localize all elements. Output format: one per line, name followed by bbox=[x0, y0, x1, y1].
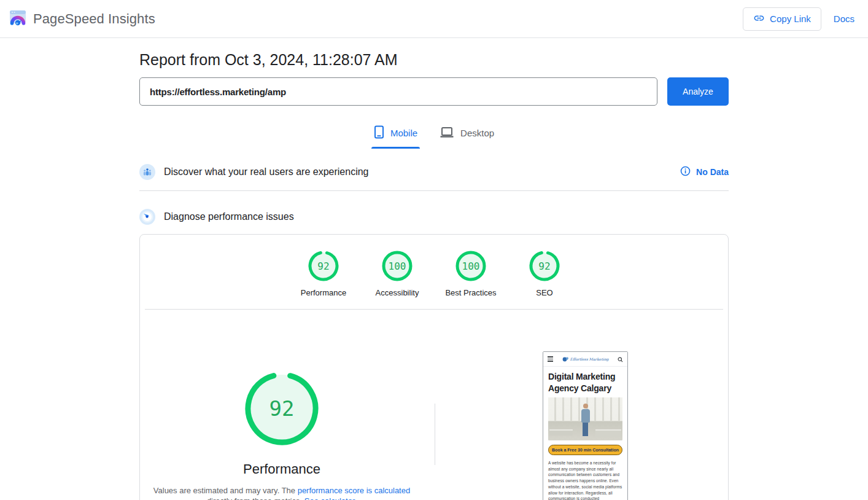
thumbnail-hero-photo bbox=[548, 397, 622, 440]
diagnose-compass-icon bbox=[139, 209, 155, 225]
score-gauge-label: SEO bbox=[536, 288, 552, 297]
thumbnail-site-header: Effortless Marketing bbox=[543, 352, 627, 367]
svg-text:100: 100 bbox=[389, 260, 406, 272]
score-gauge-best-practices[interactable]: 100 Best Practices bbox=[434, 249, 508, 297]
hamburger-menu-icon bbox=[548, 356, 553, 362]
field-data-section: Discover what your real users are experi… bbox=[139, 164, 729, 191]
no-data-label: No Data bbox=[696, 167, 729, 177]
header-actions: Copy Link Docs bbox=[743, 7, 856, 31]
performance-section-title: Performance bbox=[140, 461, 424, 477]
svg-text:100: 100 bbox=[462, 260, 480, 272]
url-input[interactable] bbox=[139, 77, 657, 106]
url-form: Analyze bbox=[139, 77, 729, 106]
performance-detail: 92 Performance Values are estimated and … bbox=[140, 369, 424, 500]
desktop-icon bbox=[440, 127, 454, 140]
brand[interactable]: PageSpeed Insights bbox=[9, 9, 155, 29]
site-logo-text: Effortless Marketing bbox=[570, 357, 609, 361]
score-gauge-label: Performance bbox=[301, 288, 346, 297]
pagespeed-logo-icon bbox=[9, 9, 27, 29]
diagnose-title: Diagnose performance issues bbox=[164, 211, 294, 222]
info-icon bbox=[680, 166, 691, 178]
svg-text:92: 92 bbox=[538, 260, 550, 272]
tab-desktop-label: Desktop bbox=[460, 128, 494, 138]
vertical-divider bbox=[435, 404, 435, 465]
score-gauge-label: Accessibility bbox=[376, 288, 419, 297]
lighthouse-report-card: 92 Performance 100 Accessibility 100 Bes… bbox=[139, 234, 729, 500]
page-screenshot-thumbnail[interactable]: Effortless Marketing Digital Marketing A… bbox=[543, 351, 628, 500]
score-gauge-seo[interactable]: 92 SEO bbox=[508, 249, 581, 297]
copy-link-button[interactable]: Copy Link bbox=[743, 7, 821, 31]
thumbnail-page-heading: Digital Marketing Agency Calgary bbox=[548, 371, 622, 394]
disclaimer-text-1: Values are estimated and may vary. The bbox=[153, 486, 298, 495]
analyze-button[interactable]: Analyze bbox=[667, 77, 729, 106]
tab-desktop[interactable]: Desktop bbox=[437, 122, 497, 149]
score-gauge-ring: 100 bbox=[381, 249, 414, 283]
mobile-icon bbox=[374, 125, 384, 141]
disclaimer-text-2: directly from these metrics. bbox=[207, 496, 304, 500]
thumbnail-cta-button: Book a Free 30 min Consultation bbox=[548, 445, 622, 455]
card-divider bbox=[145, 309, 723, 310]
category-scores-row: 92 Performance 100 Accessibility 100 Bes… bbox=[140, 249, 728, 297]
copy-link-label: Copy Link bbox=[770, 14, 811, 24]
diagnose-section: Diagnose performance issues bbox=[139, 209, 729, 225]
thumbnail-body-text: A website has become a necessity for alm… bbox=[548, 460, 622, 500]
link-icon bbox=[753, 12, 765, 26]
score-calc-link[interactable]: performance score is calculated bbox=[298, 486, 411, 495]
report-title: Report from Oct 3, 2024, 11:28:07 AM bbox=[139, 51, 729, 69]
thumbnail-page-body: Digital Marketing Agency Calgary Book a … bbox=[543, 367, 627, 500]
field-data-title: Discover what your real users are experi… bbox=[164, 166, 368, 178]
performance-score-value: 92 bbox=[242, 369, 321, 448]
real-users-icon bbox=[139, 164, 155, 180]
main-content: Report from Oct 3, 2024, 11:28:07 AM Ana… bbox=[139, 51, 729, 500]
site-logo: Effortless Marketing bbox=[553, 356, 618, 362]
score-gauge-accessibility[interactable]: 100 Accessibility bbox=[360, 249, 434, 297]
see-calculator-link[interactable]: See calculator. bbox=[304, 496, 357, 500]
score-gauge-ring: 92 bbox=[307, 249, 340, 283]
score-disclaimer: Values are estimated and may vary. The p… bbox=[149, 485, 414, 500]
score-gauge-performance[interactable]: 92 Performance bbox=[287, 249, 360, 297]
thumbnail-search-icon bbox=[618, 354, 623, 365]
tab-mobile[interactable]: Mobile bbox=[371, 122, 420, 149]
tab-mobile-label: Mobile bbox=[390, 128, 417, 138]
person-figure bbox=[579, 404, 592, 438]
score-gauge-label: Best Practices bbox=[445, 288, 496, 297]
app-header: PageSpeed Insights Copy Link Docs bbox=[0, 0, 868, 38]
app-title: PageSpeed Insights bbox=[33, 11, 155, 27]
svg-text:92: 92 bbox=[317, 260, 329, 272]
docs-link[interactable]: Docs bbox=[832, 10, 856, 28]
device-tabs: Mobile Desktop bbox=[139, 122, 729, 149]
performance-gauge[interactable]: 92 bbox=[242, 369, 321, 448]
score-gauge-ring: 100 bbox=[454, 249, 487, 283]
no-data-status[interactable]: No Data bbox=[680, 166, 729, 178]
score-gauge-ring: 92 bbox=[528, 249, 561, 283]
